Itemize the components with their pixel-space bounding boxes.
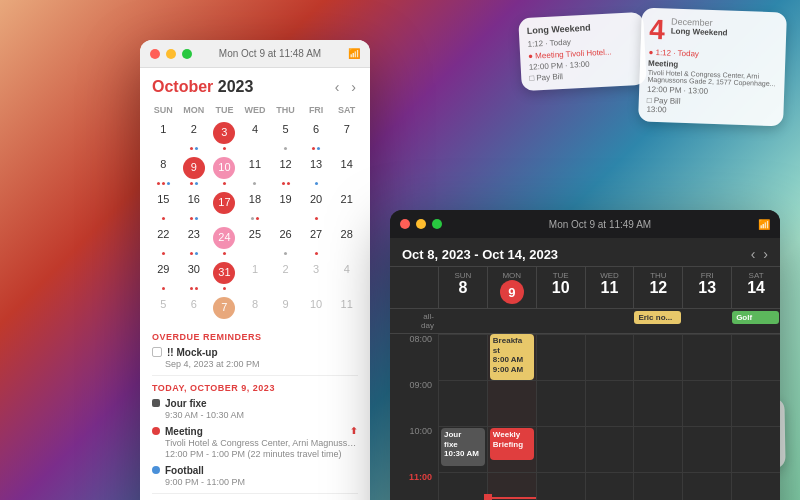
week-next-button[interactable]: ›	[763, 246, 768, 262]
next-month-button[interactable]: ›	[349, 79, 358, 95]
week-col-tue: Meeting 12:00P	[536, 334, 585, 500]
cal-day-25[interactable]: 25	[240, 224, 271, 252]
week-col-sun: Jour fixe 10:30 AM	[438, 334, 487, 500]
checkbox-icon[interactable]	[152, 347, 162, 357]
event-meeting: Meeting ⬆ Tivoli Hotel & Congress Center…	[140, 423, 370, 462]
cal-day-nov-4[interactable]: 4	[331, 259, 362, 287]
close-button[interactable]	[150, 49, 160, 59]
week-col-mon: Breakfa st 8:00 AM 9:00 AM Weekly Briefi…	[487, 334, 536, 500]
time-1000: 10:00	[390, 426, 438, 472]
cal-day-13[interactable]: 13	[301, 154, 332, 182]
cal-day-1[interactable]: 1	[148, 119, 179, 147]
cal-day-7[interactable]: 7	[331, 119, 362, 147]
week-event-weekly-briefing[interactable]: Weekly Briefing	[490, 428, 534, 460]
cal-day-nov-3[interactable]: 3	[301, 259, 332, 287]
cal-day-31[interactable]: 31	[209, 259, 240, 287]
cal-day-28[interactable]: 28	[331, 224, 362, 252]
all-day-row: all-day Eric no... Golf	[390, 309, 780, 334]
event-jour-fixe-time: 9:30 AM - 10:30 AM	[152, 410, 358, 420]
cal-day-3[interactable]: 3	[209, 119, 240, 147]
cal-day-23[interactable]: 23	[179, 224, 210, 252]
week-day-sun: SUN 8	[438, 267, 487, 308]
cal-day-29[interactable]: 29	[148, 259, 179, 287]
cal-day-17[interactable]: 17	[209, 189, 240, 217]
cal-day-30[interactable]: 30	[179, 259, 210, 287]
day-header-wed: WED	[240, 102, 271, 119]
week-day-thu: THU 12	[633, 267, 682, 308]
travel-icon: ⬆	[350, 426, 358, 436]
cal-day-26[interactable]: 26	[270, 224, 301, 252]
event-dot-jour-fixe	[152, 399, 160, 407]
all-day-fri	[682, 309, 731, 333]
maximize-button[interactable]	[182, 49, 192, 59]
cal-day-8[interactable]: 8	[148, 154, 179, 182]
time-0800: 08:00	[390, 334, 438, 380]
week-body: 08:00 09:00 10:00 11:00 11:49 Jour fixe …	[390, 334, 780, 500]
all-day-event-golf[interactable]: Golf	[732, 311, 779, 324]
week-time-spacer	[390, 267, 438, 308]
cal-day-4[interactable]: 4	[240, 119, 271, 147]
divider-1	[152, 375, 358, 376]
cal-day-11[interactable]: 11	[240, 154, 271, 182]
cal-day-16[interactable]: 16	[179, 189, 210, 217]
week-minimize-button[interactable]	[416, 219, 426, 229]
cal-day-6[interactable]: 6	[301, 119, 332, 147]
event-jour-fixe-name: Jour fixe	[152, 398, 358, 409]
cal-day-nov-10[interactable]: 10	[301, 294, 332, 322]
week-col-fri	[682, 334, 731, 500]
week-close-button[interactable]	[400, 219, 410, 229]
cal-day-2[interactable]: 2	[179, 119, 210, 147]
cal-day-12[interactable]: 12	[270, 154, 301, 182]
cal-day-nov-5[interactable]: 5	[148, 294, 179, 322]
day-header-sat: SAT	[331, 102, 362, 119]
cal-day-nov-2[interactable]: 2	[270, 259, 301, 287]
cal-day-nov-9[interactable]: 9	[270, 294, 301, 322]
cal-day-24[interactable]: 24	[209, 224, 240, 252]
cal-day-20[interactable]: 20	[301, 189, 332, 217]
calendar-month: October	[152, 78, 213, 95]
main-calendar-window: Mon Oct 9 at 11:48 AM 📶 October 2023 ‹ ›…	[140, 40, 370, 500]
cal-day-22[interactable]: 22	[148, 224, 179, 252]
event-meeting-name: Meeting ⬆	[152, 426, 358, 437]
calendar-week-3: 15 16 17 18 19 20 21	[148, 189, 362, 217]
event-dot-football	[152, 466, 160, 474]
week-day-mon: MON 9	[487, 267, 536, 308]
calendar-week-1: 1 2 3 4 5 6 7	[148, 119, 362, 147]
cal-day-19[interactable]: 19	[270, 189, 301, 217]
event-meeting-location: Tivoli Hotel & Congress Center, Arni Mag…	[152, 438, 358, 448]
calendar-days-header: SUN MON TUE WED THU FRI SAT	[148, 102, 362, 119]
cal-day-14[interactable]: 14	[331, 154, 362, 182]
week-event-breakfast[interactable]: Breakfa st 8:00 AM 9:00 AM	[490, 334, 534, 380]
day-header-thu: THU	[270, 102, 301, 119]
week-nav: ‹ ›	[751, 246, 768, 262]
cal-day-10[interactable]: 10	[209, 154, 240, 182]
cal-day-nov-6[interactable]: 6	[179, 294, 210, 322]
cal-day-15[interactable]: 15	[148, 189, 179, 217]
bg-widget-long-weekend: Long Weekend 1:12 · Today ● Meeting Tivo…	[518, 12, 647, 91]
cal-day-nov-1[interactable]: 1	[240, 259, 271, 287]
wifi-icon: 📶	[348, 48, 360, 59]
event-football: Football 9:00 PM - 11:00 PM	[140, 462, 370, 490]
cal-day-21[interactable]: 21	[331, 189, 362, 217]
cal-day-27[interactable]: 27	[301, 224, 332, 252]
cal-day-5[interactable]: 5	[270, 119, 301, 147]
current-time-line	[488, 497, 536, 499]
all-day-event-eric[interactable]: Eric no...	[634, 311, 681, 324]
calendar-week-4: 22 23 24 25 26 27 28	[148, 224, 362, 252]
overdue-section-title: OVERDUE REMINDERS	[140, 328, 370, 344]
week-maximize-button[interactable]	[432, 219, 442, 229]
time-1100: 11:00	[390, 472, 438, 500]
minimize-button[interactable]	[166, 49, 176, 59]
cal-day-18[interactable]: 18	[240, 189, 271, 217]
week-view-window: Mon Oct 9 at 11:49 AM 📶 Oct 8, 2023 - Oc…	[390, 210, 780, 500]
cal-day-nov-7[interactable]: 7	[209, 294, 240, 322]
week-day-wed: WED 11	[585, 267, 634, 308]
all-day-mon	[487, 309, 536, 333]
all-day-thu: Eric no...	[633, 309, 682, 333]
prev-month-button[interactable]: ‹	[333, 79, 342, 95]
week-event-jour-fixe[interactable]: Jour fixe 10:30 AM	[441, 428, 485, 466]
cal-day-nov-11[interactable]: 11	[331, 294, 362, 322]
cal-day-9[interactable]: 9	[179, 154, 210, 182]
week-prev-button[interactable]: ‹	[751, 246, 756, 262]
cal-day-nov-8[interactable]: 8	[240, 294, 271, 322]
